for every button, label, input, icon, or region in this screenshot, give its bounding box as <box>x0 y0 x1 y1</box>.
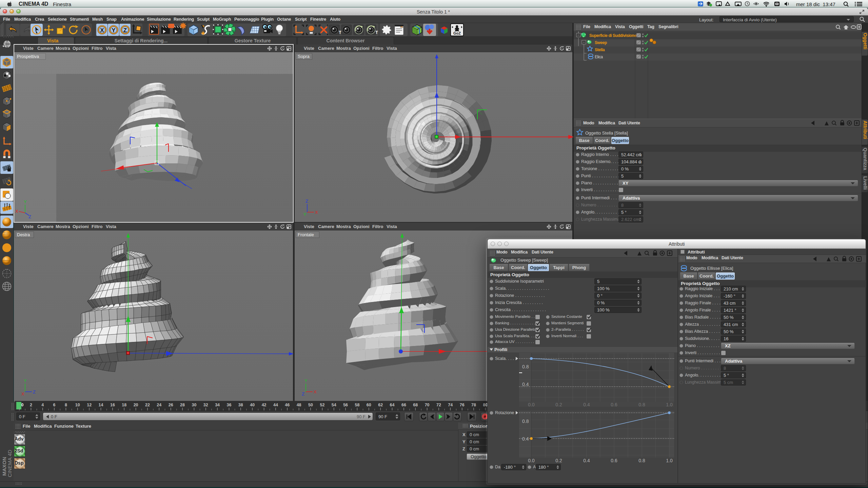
svg-text:0.8: 0.8 <box>638 458 645 463</box>
svg-text:0.6: 0.6 <box>611 458 617 463</box>
svg-text:0.0: 0.0 <box>528 458 535 463</box>
svg-text:0.8: 0.8 <box>522 364 529 369</box>
svg-text:0.8: 0.8 <box>522 419 529 424</box>
svg-text:0.4: 0.4 <box>583 458 590 463</box>
svg-text:1.0: 1.0 <box>666 458 673 463</box>
svg-text:0.4: 0.4 <box>522 382 529 387</box>
svg-text:0.4: 0.4 <box>522 436 529 442</box>
svg-text:0.2: 0.2 <box>555 458 562 463</box>
